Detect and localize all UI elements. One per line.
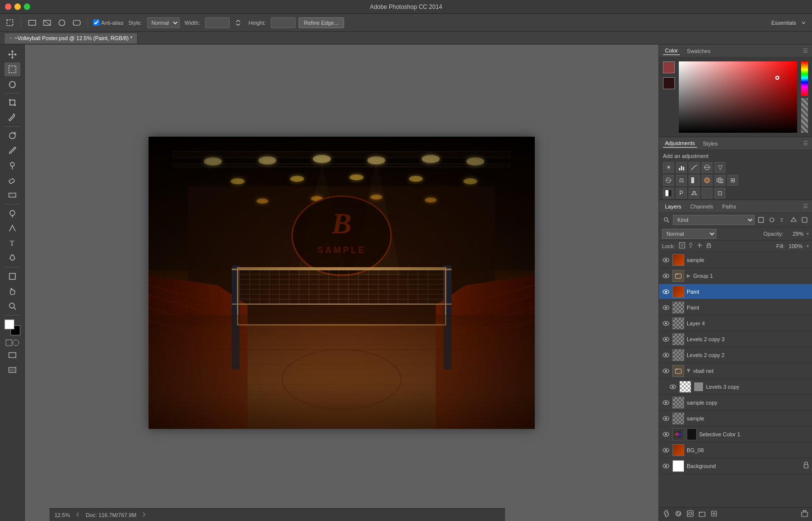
close-button[interactable] [5, 3, 11, 10]
link-layers-icon[interactable] [662, 509, 671, 520]
foreground-background-colors[interactable] [4, 319, 20, 335]
height-input[interactable] [271, 17, 296, 28]
levels-adj-icon[interactable] [676, 162, 687, 173]
refine-edge-button[interactable]: Refine Edge... [299, 17, 344, 28]
marquee-tool[interactable] [4, 62, 20, 76]
delete-layer-icon[interactable] [800, 509, 809, 520]
layer-visibility-eye[interactable] [662, 351, 670, 359]
hue-sat-adj-icon[interactable] [663, 175, 674, 186]
screen-mode-button[interactable] [4, 348, 20, 362]
layer-item[interactable]: sample [659, 411, 812, 426]
opacity-arrow[interactable]: ▾ [807, 231, 809, 236]
channel-mixer-adj-icon[interactable] [714, 175, 725, 186]
color-field[interactable] [679, 61, 797, 133]
layer-item-selected[interactable]: Paint [659, 284, 812, 300]
quick-mask-icon[interactable] [5, 339, 19, 347]
smart-filter-icon[interactable] [800, 215, 809, 224]
type-filter-icon[interactable]: T [778, 215, 787, 224]
swap-wh-icon[interactable] [233, 18, 244, 27]
color-lookup-adj-icon[interactable]: ⊞ [727, 175, 738, 186]
foreground-color-swatch[interactable] [663, 61, 675, 73]
group-expand-arrow[interactable]: ▶ [686, 369, 692, 373]
eraser-tool[interactable] [4, 173, 20, 187]
invert-adj-icon[interactable] [663, 188, 674, 199]
path-tool[interactable] [4, 221, 20, 235]
opacity-slider[interactable] [801, 98, 808, 133]
crop-tool[interactable] [4, 96, 20, 109]
style-select[interactable]: Normal [147, 17, 180, 28]
add-layer-style-icon[interactable]: fx [674, 509, 683, 520]
layer-visibility-eye[interactable] [662, 272, 670, 280]
color-picker-cursor[interactable] [775, 76, 779, 80]
adj-filter-icon[interactable] [767, 215, 776, 224]
layer-visibility-eye[interactable] [662, 415, 670, 422]
tool-marquee-icon[interactable] [4, 18, 16, 28]
threshold-adj-icon[interactable] [689, 188, 700, 199]
minimize-button[interactable] [14, 3, 21, 10]
layer-visibility-eye[interactable] [662, 399, 670, 407]
vibrance-adj-icon[interactable]: ▽ [714, 162, 725, 173]
adjustments-panel-menu[interactable]: ☰ [803, 140, 808, 147]
clone-tool[interactable] [4, 158, 20, 172]
lock-move-icon[interactable] [697, 242, 703, 250]
layer-visibility-eye[interactable] [662, 335, 670, 343]
layer-visibility-eye[interactable] [662, 319, 670, 327]
color-panel-menu[interactable]: ☰ [803, 48, 808, 54]
tool-options-icon2[interactable] [41, 18, 53, 28]
layer-visibility-eye[interactable] [662, 462, 670, 470]
curves-adj-icon[interactable] [689, 162, 700, 173]
shape-tool[interactable] [4, 269, 20, 283]
layer-item[interactable]: Levels 2 copy 3 [659, 331, 812, 347]
lasso-tool[interactable] [4, 77, 20, 91]
group-expand-arrow[interactable]: ▶ [687, 273, 691, 278]
layer-list[interactable]: sample ▶ Group 1 [659, 252, 812, 507]
fill-value[interactable]: 100% [789, 243, 803, 249]
blend-mode-select[interactable]: Normal [662, 229, 716, 239]
tab-channels[interactable]: Channels [688, 203, 715, 210]
tab-styles[interactable]: Styles [701, 140, 720, 148]
bw-adj-icon[interactable] [689, 175, 700, 186]
gradient-map-adj-icon[interactable] [702, 188, 712, 199]
document-tab[interactable]: × ~Volleyball Poster.psd @ 12.5% (Paint,… [4, 33, 138, 44]
layer-visibility-eye[interactable] [662, 256, 670, 264]
patch-tool[interactable] [4, 129, 20, 143]
anti-alias-label[interactable]: Anti-alias [93, 19, 123, 26]
anti-alias-checkbox[interactable] [93, 19, 100, 26]
lock-pixels-icon[interactable] [679, 242, 685, 250]
pen-tool[interactable] [4, 251, 20, 265]
eyedropper-tool[interactable] [4, 110, 20, 124]
workspace-dropdown-icon[interactable] [799, 19, 808, 26]
layer-item[interactable]: Levels 2 copy 2 [659, 347, 812, 363]
layer-item[interactable]: ▶ Group 1 [659, 268, 812, 284]
layer-visibility-eye[interactable] [662, 304, 670, 312]
zoom-nav-left[interactable] [75, 512, 81, 519]
selective-color-adj-icon[interactable]: ⊡ [714, 188, 725, 199]
move-tool[interactable] [4, 48, 20, 61]
layer-item[interactable]: Levels 3 copy [659, 379, 812, 395]
new-group-icon[interactable] [698, 509, 707, 520]
layer-item[interactable]: Paint [659, 300, 812, 315]
layer-item[interactable]: Layer 4 [659, 315, 812, 331]
fill-arrow[interactable]: ▾ [807, 244, 809, 249]
new-layer-icon[interactable] [710, 509, 718, 520]
brightness-adj-icon[interactable]: ☀ [663, 162, 674, 173]
full-screen-button[interactable] [4, 363, 20, 377]
tool-options-icon1[interactable] [26, 18, 38, 28]
tab-close[interactable]: × [9, 36, 12, 41]
layer-item[interactable]: BG_08 [659, 442, 812, 458]
background-color-swatch[interactable] [663, 77, 675, 89]
add-layer-mask-icon[interactable] [686, 509, 695, 520]
color-balance-adj-icon[interactable]: ⚖ [676, 175, 687, 186]
layer-visibility-eye[interactable] [662, 367, 670, 375]
brush-tool[interactable] [4, 144, 20, 157]
layer-kind-select[interactable]: Kind [673, 215, 755, 225]
tab-adjustments[interactable]: Adjustments [663, 139, 697, 148]
posterize-adj-icon[interactable]: P [676, 188, 687, 199]
layer-item[interactable]: ▶ vball net [659, 363, 812, 379]
lock-position-icon[interactable] [688, 242, 694, 250]
gradient-tool[interactable] [4, 188, 20, 202]
lock-all-icon[interactable] [706, 242, 712, 250]
window-controls[interactable] [5, 3, 30, 10]
layer-visibility-eye[interactable] [669, 383, 677, 391]
foreground-color[interactable] [4, 319, 14, 329]
